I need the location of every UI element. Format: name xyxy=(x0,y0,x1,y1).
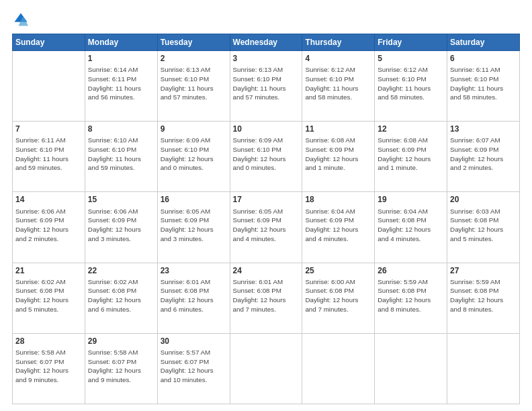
day-number: 7 xyxy=(15,124,82,134)
calendar-cell: 13Sunrise: 6:07 AMSunset: 6:09 PMDayligh… xyxy=(447,122,520,192)
day-number: 4 xyxy=(305,53,371,64)
day-info: Sunrise: 6:03 AMSunset: 6:08 PMDaylight:… xyxy=(450,207,517,244)
day-number: 24 xyxy=(233,265,300,276)
day-info: Sunrise: 6:05 AMSunset: 6:09 PMDaylight:… xyxy=(161,207,227,244)
calendar-cell: 4Sunrise: 6:12 AMSunset: 6:10 PMDaylight… xyxy=(302,51,375,122)
calendar-cell: 1Sunrise: 6:14 AMSunset: 6:11 PMDaylight… xyxy=(85,51,157,122)
day-number: 27 xyxy=(450,265,517,276)
day-info: Sunrise: 6:11 AMSunset: 6:10 PMDaylight:… xyxy=(450,65,517,102)
calendar-cell: 19Sunrise: 6:04 AMSunset: 6:08 PMDayligh… xyxy=(375,192,447,263)
day-info: Sunrise: 6:01 AMSunset: 6:08 PMDaylight:… xyxy=(161,277,227,314)
week-row-5: 28Sunrise: 5:58 AMSunset: 6:07 PMDayligh… xyxy=(13,333,520,404)
day-info: Sunrise: 5:57 AMSunset: 6:07 PMDaylight:… xyxy=(161,348,227,385)
logo xyxy=(12,15,28,27)
day-number: 1 xyxy=(88,53,154,64)
day-number: 28 xyxy=(15,336,82,347)
calendar-cell: 24Sunrise: 6:01 AMSunset: 6:08 PMDayligh… xyxy=(230,263,302,333)
calendar-cell: 27Sunrise: 5:59 AMSunset: 6:08 PMDayligh… xyxy=(447,263,520,333)
day-number: 14 xyxy=(15,194,82,205)
page: SundayMondayTuesdayWednesdayThursdayFrid… xyxy=(0,0,532,411)
day-number: 17 xyxy=(233,194,300,205)
day-number: 23 xyxy=(161,265,227,276)
day-number: 16 xyxy=(161,194,227,205)
day-info: Sunrise: 6:08 AMSunset: 6:09 PMDaylight:… xyxy=(378,136,444,173)
day-number: 12 xyxy=(378,124,444,134)
week-row-2: 7Sunrise: 6:11 AMSunset: 6:10 PMDaylight… xyxy=(13,122,520,192)
calendar-cell: 20Sunrise: 6:03 AMSunset: 6:08 PMDayligh… xyxy=(447,192,520,263)
calendar-cell: 21Sunrise: 6:02 AMSunset: 6:08 PMDayligh… xyxy=(13,263,85,333)
day-info: Sunrise: 6:09 AMSunset: 6:10 PMDaylight:… xyxy=(233,136,300,173)
day-info: Sunrise: 6:01 AMSunset: 6:08 PMDaylight:… xyxy=(233,277,300,314)
day-info: Sunrise: 6:00 AMSunset: 6:08 PMDaylight:… xyxy=(305,277,371,314)
calendar-cell xyxy=(302,333,375,404)
calendar-cell: 28Sunrise: 5:58 AMSunset: 6:07 PMDayligh… xyxy=(13,333,85,404)
day-number: 2 xyxy=(161,53,227,64)
calendar-cell xyxy=(13,51,85,122)
day-number: 29 xyxy=(88,336,154,347)
day-number: 25 xyxy=(305,265,371,276)
day-number: 10 xyxy=(233,124,300,134)
day-info: Sunrise: 5:58 AMSunset: 6:07 PMDaylight:… xyxy=(88,348,154,385)
calendar-body: 1Sunrise: 6:14 AMSunset: 6:11 PMDaylight… xyxy=(13,51,520,404)
day-number: 13 xyxy=(450,124,517,134)
day-number: 15 xyxy=(88,194,154,205)
day-info: Sunrise: 6:06 AMSunset: 6:09 PMDaylight:… xyxy=(88,207,154,244)
calendar-cell: 22Sunrise: 6:02 AMSunset: 6:08 PMDayligh… xyxy=(85,263,157,333)
calendar-cell: 12Sunrise: 6:08 AMSunset: 6:09 PMDayligh… xyxy=(375,122,447,192)
day-info: Sunrise: 6:02 AMSunset: 6:08 PMDaylight:… xyxy=(15,277,82,314)
col-header-monday: Monday xyxy=(85,34,157,51)
day-number: 18 xyxy=(305,194,371,205)
calendar-cell: 26Sunrise: 5:59 AMSunset: 6:08 PMDayligh… xyxy=(375,263,447,333)
calendar-cell: 8Sunrise: 6:10 AMSunset: 6:10 PMDaylight… xyxy=(85,122,157,192)
day-number: 21 xyxy=(15,265,82,276)
calendar-cell: 5Sunrise: 6:12 AMSunset: 6:10 PMDaylight… xyxy=(375,51,447,122)
day-number: 5 xyxy=(378,53,444,64)
day-number: 20 xyxy=(450,194,517,205)
calendar-cell: 25Sunrise: 6:00 AMSunset: 6:08 PMDayligh… xyxy=(302,263,375,333)
day-info: Sunrise: 6:13 AMSunset: 6:10 PMDaylight:… xyxy=(233,65,300,102)
week-row-1: 1Sunrise: 6:14 AMSunset: 6:11 PMDaylight… xyxy=(13,51,520,122)
col-header-thursday: Thursday xyxy=(302,34,375,51)
calendar-cell: 29Sunrise: 5:58 AMSunset: 6:07 PMDayligh… xyxy=(85,333,157,404)
calendar-cell: 18Sunrise: 6:04 AMSunset: 6:09 PMDayligh… xyxy=(302,192,375,263)
day-info: Sunrise: 6:11 AMSunset: 6:10 PMDaylight:… xyxy=(15,136,82,173)
day-number: 19 xyxy=(378,194,444,205)
day-info: Sunrise: 6:08 AMSunset: 6:09 PMDaylight:… xyxy=(305,136,371,173)
day-info: Sunrise: 6:09 AMSunset: 6:10 PMDaylight:… xyxy=(161,136,227,173)
day-info: Sunrise: 6:14 AMSunset: 6:11 PMDaylight:… xyxy=(88,65,154,102)
col-header-tuesday: Tuesday xyxy=(157,34,230,51)
day-info: Sunrise: 6:13 AMSunset: 6:10 PMDaylight:… xyxy=(161,65,227,102)
day-info: Sunrise: 5:59 AMSunset: 6:08 PMDaylight:… xyxy=(450,277,517,314)
day-number: 9 xyxy=(161,124,227,134)
calendar-cell: 14Sunrise: 6:06 AMSunset: 6:09 PMDayligh… xyxy=(13,192,85,263)
col-header-wednesday: Wednesday xyxy=(230,34,302,51)
calendar-cell: 7Sunrise: 6:11 AMSunset: 6:10 PMDaylight… xyxy=(13,122,85,192)
logo-icon xyxy=(13,12,28,27)
day-number: 11 xyxy=(305,124,371,134)
calendar-cell: 2Sunrise: 6:13 AMSunset: 6:10 PMDaylight… xyxy=(157,51,230,122)
week-row-3: 14Sunrise: 6:06 AMSunset: 6:09 PMDayligh… xyxy=(13,192,520,263)
calendar-cell xyxy=(447,333,520,404)
header xyxy=(12,12,520,27)
day-info: Sunrise: 6:07 AMSunset: 6:09 PMDaylight:… xyxy=(450,136,517,173)
day-info: Sunrise: 6:12 AMSunset: 6:10 PMDaylight:… xyxy=(378,65,444,102)
col-header-saturday: Saturday xyxy=(447,34,520,51)
day-number: 8 xyxy=(88,124,154,134)
day-info: Sunrise: 6:04 AMSunset: 6:09 PMDaylight:… xyxy=(305,207,371,244)
header-row: SundayMondayTuesdayWednesdayThursdayFrid… xyxy=(13,34,520,51)
calendar-cell: 23Sunrise: 6:01 AMSunset: 6:08 PMDayligh… xyxy=(157,263,230,333)
calendar-cell: 9Sunrise: 6:09 AMSunset: 6:10 PMDaylight… xyxy=(157,122,230,192)
day-info: Sunrise: 6:04 AMSunset: 6:08 PMDaylight:… xyxy=(378,207,444,244)
day-number: 30 xyxy=(161,336,227,347)
calendar-cell: 30Sunrise: 5:57 AMSunset: 6:07 PMDayligh… xyxy=(157,333,230,404)
calendar-cell: 3Sunrise: 6:13 AMSunset: 6:10 PMDaylight… xyxy=(230,51,302,122)
calendar-cell xyxy=(230,333,302,404)
calendar-cell: 10Sunrise: 6:09 AMSunset: 6:10 PMDayligh… xyxy=(230,122,302,192)
calendar-header: SundayMondayTuesdayWednesdayThursdayFrid… xyxy=(13,34,520,51)
col-header-sunday: Sunday xyxy=(13,34,85,51)
week-row-4: 21Sunrise: 6:02 AMSunset: 6:08 PMDayligh… xyxy=(13,263,520,333)
calendar-cell: 17Sunrise: 6:05 AMSunset: 6:09 PMDayligh… xyxy=(230,192,302,263)
calendar-table: SundayMondayTuesdayWednesdayThursdayFrid… xyxy=(12,34,520,404)
day-info: Sunrise: 5:58 AMSunset: 6:07 PMDaylight:… xyxy=(15,348,82,385)
calendar-cell: 16Sunrise: 6:05 AMSunset: 6:09 PMDayligh… xyxy=(157,192,230,263)
